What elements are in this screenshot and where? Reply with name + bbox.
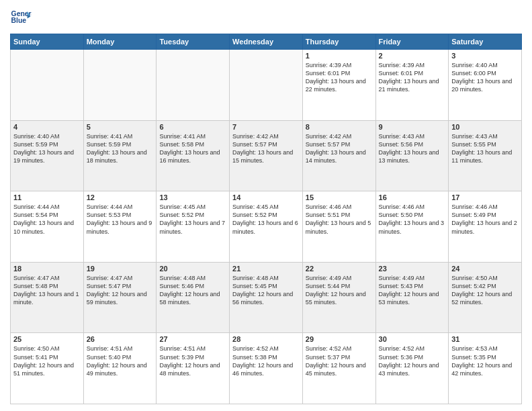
calendar-cell: 25Sunrise: 4:50 AM Sunset: 5:41 PM Dayli… <box>11 333 84 404</box>
calendar-header-saturday: Saturday <box>449 34 522 50</box>
day-number: 31 <box>451 335 519 343</box>
day-number: 29 <box>306 335 373 343</box>
day-info: Sunrise: 4:47 AM Sunset: 5:47 PM Dayligh… <box>87 274 154 307</box>
calendar-week-3: 18Sunrise: 4:47 AM Sunset: 5:48 PM Dayli… <box>11 262 522 333</box>
calendar-cell: 24Sunrise: 4:50 AM Sunset: 5:42 PM Dayli… <box>449 262 522 333</box>
calendar-week-1: 4Sunrise: 4:40 AM Sunset: 5:59 PM Daylig… <box>11 120 522 191</box>
page: General Blue SundayMondayTuesdayWednesda… <box>0 0 532 411</box>
calendar-cell: 1Sunrise: 4:39 AM Sunset: 6:01 PM Daylig… <box>302 50 375 121</box>
day-info: Sunrise: 4:53 AM Sunset: 5:35 PM Dayligh… <box>451 345 519 377</box>
day-info: Sunrise: 4:42 AM Sunset: 5:57 PM Dayligh… <box>306 132 373 165</box>
calendar-cell <box>157 50 230 121</box>
day-number: 4 <box>13 123 81 131</box>
day-info: Sunrise: 4:42 AM Sunset: 5:57 PM Dayligh… <box>232 132 300 165</box>
day-number: 6 <box>159 123 226 131</box>
day-info: Sunrise: 4:51 AM Sunset: 5:39 PM Dayligh… <box>159 345 226 377</box>
calendar-header-wednesday: Wednesday <box>230 34 303 50</box>
day-number: 17 <box>451 193 519 201</box>
day-info: Sunrise: 4:49 AM Sunset: 5:44 PM Dayligh… <box>306 274 373 307</box>
day-info: Sunrise: 4:50 AM Sunset: 5:42 PM Dayligh… <box>451 274 519 307</box>
day-info: Sunrise: 4:41 AM Sunset: 5:58 PM Dayligh… <box>159 132 226 165</box>
calendar-header-friday: Friday <box>375 34 449 50</box>
day-number: 19 <box>87 265 154 273</box>
day-number: 28 <box>232 335 300 343</box>
day-number: 30 <box>379 335 446 343</box>
day-number: 5 <box>87 123 154 131</box>
calendar-table: SundayMondayTuesdayWednesdayThursdayFrid… <box>10 34 522 404</box>
logo: General Blue <box>10 7 32 28</box>
day-number: 10 <box>451 123 519 131</box>
day-number: 9 <box>379 123 446 131</box>
day-info: Sunrise: 4:48 AM Sunset: 5:46 PM Dayligh… <box>159 274 226 307</box>
day-number: 2 <box>379 52 446 60</box>
day-info: Sunrise: 4:47 AM Sunset: 5:48 PM Dayligh… <box>13 274 81 307</box>
day-number: 11 <box>13 193 81 201</box>
calendar-cell: 28Sunrise: 4:52 AM Sunset: 5:38 PM Dayli… <box>230 333 303 404</box>
calendar-cell: 21Sunrise: 4:48 AM Sunset: 5:45 PM Dayli… <box>230 262 303 333</box>
calendar-cell: 7Sunrise: 4:42 AM Sunset: 5:57 PM Daylig… <box>230 120 303 191</box>
calendar-cell: 13Sunrise: 4:45 AM Sunset: 5:52 PM Dayli… <box>157 191 230 263</box>
calendar-week-2: 11Sunrise: 4:44 AM Sunset: 5:54 PM Dayli… <box>11 191 522 263</box>
day-number: 24 <box>451 265 519 273</box>
day-info: Sunrise: 4:51 AM Sunset: 5:40 PM Dayligh… <box>87 345 154 377</box>
day-info: Sunrise: 4:44 AM Sunset: 5:54 PM Dayligh… <box>13 203 81 236</box>
calendar-cell: 4Sunrise: 4:40 AM Sunset: 5:59 PM Daylig… <box>11 120 84 191</box>
calendar-cell: 19Sunrise: 4:47 AM Sunset: 5:47 PM Dayli… <box>83 262 157 333</box>
day-number: 8 <box>306 123 373 131</box>
logo-icon: General Blue <box>10 7 32 28</box>
day-number: 26 <box>87 335 154 343</box>
day-info: Sunrise: 4:40 AM Sunset: 5:59 PM Dayligh… <box>13 132 81 165</box>
calendar-cell: 8Sunrise: 4:42 AM Sunset: 5:57 PM Daylig… <box>302 120 375 191</box>
day-number: 22 <box>306 265 373 273</box>
calendar-cell: 9Sunrise: 4:43 AM Sunset: 5:56 PM Daylig… <box>375 120 449 191</box>
day-info: Sunrise: 4:49 AM Sunset: 5:43 PM Dayligh… <box>379 274 446 307</box>
day-number: 12 <box>87 193 154 201</box>
day-info: Sunrise: 4:40 AM Sunset: 6:00 PM Dayligh… <box>451 61 519 94</box>
day-number: 3 <box>451 52 519 60</box>
day-number: 20 <box>159 265 226 273</box>
calendar-cell: 3Sunrise: 4:40 AM Sunset: 6:00 PM Daylig… <box>449 50 522 121</box>
day-info: Sunrise: 4:46 AM Sunset: 5:49 PM Dayligh… <box>451 203 519 236</box>
day-number: 16 <box>379 193 446 201</box>
calendar-cell: 23Sunrise: 4:49 AM Sunset: 5:43 PM Dayli… <box>375 262 449 333</box>
calendar-cell: 2Sunrise: 4:39 AM Sunset: 6:01 PM Daylig… <box>375 50 449 121</box>
calendar-cell: 31Sunrise: 4:53 AM Sunset: 5:35 PM Dayli… <box>449 333 522 404</box>
calendar-header-sunday: Sunday <box>11 34 84 50</box>
day-number: 7 <box>232 123 300 131</box>
day-number: 18 <box>13 265 81 273</box>
day-number: 23 <box>379 265 446 273</box>
day-number: 21 <box>232 265 300 273</box>
calendar-cell <box>83 50 157 121</box>
calendar-header-thursday: Thursday <box>302 34 375 50</box>
calendar-cell: 27Sunrise: 4:51 AM Sunset: 5:39 PM Dayli… <box>157 333 230 404</box>
calendar-cell: 11Sunrise: 4:44 AM Sunset: 5:54 PM Dayli… <box>11 191 84 263</box>
day-number: 15 <box>306 193 373 201</box>
day-info: Sunrise: 4:43 AM Sunset: 5:56 PM Dayligh… <box>379 132 446 165</box>
day-info: Sunrise: 4:52 AM Sunset: 5:37 PM Dayligh… <box>306 345 373 377</box>
calendar-cell: 30Sunrise: 4:52 AM Sunset: 5:36 PM Dayli… <box>375 333 449 404</box>
day-info: Sunrise: 4:52 AM Sunset: 5:36 PM Dayligh… <box>379 345 446 377</box>
day-info: Sunrise: 4:52 AM Sunset: 5:38 PM Dayligh… <box>232 345 300 377</box>
calendar-cell: 20Sunrise: 4:48 AM Sunset: 5:46 PM Dayli… <box>157 262 230 333</box>
calendar-week-0: 1Sunrise: 4:39 AM Sunset: 6:01 PM Daylig… <box>11 50 522 121</box>
header: General Blue <box>10 7 522 28</box>
day-info: Sunrise: 4:50 AM Sunset: 5:41 PM Dayligh… <box>13 345 81 377</box>
calendar-cell: 6Sunrise: 4:41 AM Sunset: 5:58 PM Daylig… <box>157 120 230 191</box>
day-info: Sunrise: 4:39 AM Sunset: 6:01 PM Dayligh… <box>379 61 446 94</box>
calendar-header-monday: Monday <box>83 34 157 50</box>
day-number: 13 <box>159 193 226 201</box>
day-info: Sunrise: 4:46 AM Sunset: 5:50 PM Dayligh… <box>379 203 446 236</box>
calendar-cell: 5Sunrise: 4:41 AM Sunset: 5:59 PM Daylig… <box>83 120 157 191</box>
svg-text:Blue: Blue <box>11 17 27 24</box>
calendar-cell <box>230 50 303 121</box>
calendar-cell: 17Sunrise: 4:46 AM Sunset: 5:49 PM Dayli… <box>449 191 522 263</box>
calendar-cell: 18Sunrise: 4:47 AM Sunset: 5:48 PM Dayli… <box>11 262 84 333</box>
day-info: Sunrise: 4:45 AM Sunset: 5:52 PM Dayligh… <box>159 203 226 236</box>
calendar-cell: 26Sunrise: 4:51 AM Sunset: 5:40 PM Dayli… <box>83 333 157 404</box>
day-info: Sunrise: 4:46 AM Sunset: 5:51 PM Dayligh… <box>306 203 373 236</box>
calendar-cell: 16Sunrise: 4:46 AM Sunset: 5:50 PM Dayli… <box>375 191 449 263</box>
day-number: 25 <box>13 335 81 343</box>
calendar-header-row: SundayMondayTuesdayWednesdayThursdayFrid… <box>11 34 522 50</box>
day-info: Sunrise: 4:39 AM Sunset: 6:01 PM Dayligh… <box>306 61 373 94</box>
calendar-cell: 10Sunrise: 4:43 AM Sunset: 5:55 PM Dayli… <box>449 120 522 191</box>
